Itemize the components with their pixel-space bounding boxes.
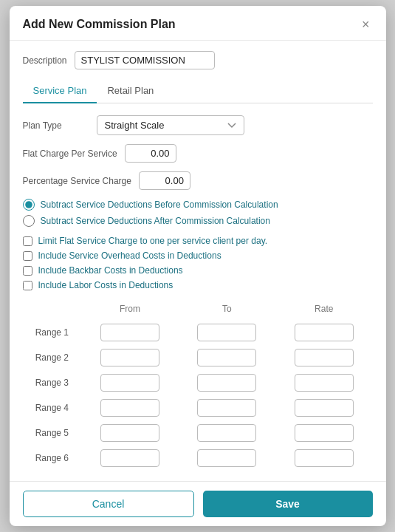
table-row: Range 5	[23, 420, 373, 446]
table-row: Range 3	[23, 370, 373, 395]
checkbox-row-limit: Limit Flat Service Charge to one per ser…	[23, 236, 373, 246]
flat-charge-row: Flat Charge Per Service	[23, 144, 373, 163]
table-row: Range 2	[23, 345, 373, 370]
table-row: Range 4	[23, 395, 373, 420]
range-to-input-1[interactable]	[197, 324, 256, 341]
checkbox-labor[interactable]	[23, 281, 32, 290]
range-to-input-2[interactable]	[197, 349, 256, 366]
checkbox-backbar-label[interactable]: Include Backbar Costs in Deductions	[38, 265, 183, 276]
range-to-cell-5	[179, 420, 275, 446]
checkbox-row-labor: Include Labor Costs in Deductions	[23, 280, 373, 290]
range-to-cell-4	[179, 395, 275, 420]
range-label-5: Range 5	[23, 420, 82, 446]
flat-charge-input[interactable]	[125, 144, 176, 163]
range-from-input-3[interactable]	[100, 374, 159, 392]
pct-charge-label: Percentage Service Charge	[23, 176, 131, 186]
checkbox-limit-flat-label[interactable]: Limit Flat Service Charge to one per ser…	[38, 236, 268, 246]
plan-type-row: Plan Type Straight Scale Tiered Scale Fl…	[23, 115, 373, 135]
table-row: Range 6	[23, 446, 373, 471]
save-button[interactable]: Save	[203, 491, 373, 517]
plan-type-label: Plan Type	[23, 120, 89, 131]
plan-type-select[interactable]: Straight Scale Tiered Scale Flat Rate	[97, 115, 244, 135]
range-from-cell-5	[81, 420, 178, 446]
checkbox-overhead-label[interactable]: Include Service Overhead Costs in Deduct…	[38, 250, 221, 261]
range-to-cell-3	[179, 370, 275, 395]
range-from-input-6[interactable]	[100, 449, 159, 467]
range-from-input-5[interactable]	[100, 424, 159, 442]
range-label-1: Range 1	[23, 320, 82, 345]
description-input[interactable]	[75, 51, 215, 69]
range-rate-input-2[interactable]	[295, 349, 354, 366]
description-row: Description	[23, 51, 373, 69]
modal-title: Add New Commission Plan	[23, 18, 176, 31]
checkbox-row-backbar: Include Backbar Costs in Deductions	[23, 265, 373, 276]
radio-row-after: Subtract Service Deductions After Commis…	[23, 215, 373, 227]
range-from-cell-3	[81, 370, 178, 395]
range-table: From To Rate Range 1 Range 2 Range 3 Ran…	[23, 301, 373, 471]
modal-body: Description Service Plan Retail Plan Pla…	[10, 41, 386, 481]
pct-charge-input[interactable]	[139, 171, 190, 190]
range-to-cell-1	[179, 320, 275, 345]
range-from-cell-1	[81, 320, 178, 345]
range-label-4: Range 4	[23, 395, 82, 420]
range-rate-cell-2	[275, 345, 372, 370]
range-rate-input-1[interactable]	[295, 324, 354, 341]
range-to-cell-6	[179, 446, 275, 471]
col-header-from: From	[81, 301, 178, 320]
range-rate-cell-1	[275, 320, 372, 345]
modal-wrapper: Add New Commission Plan × Description Se…	[0, 0, 395, 532]
range-label-2: Range 2	[23, 345, 82, 370]
range-from-cell-4	[81, 395, 178, 420]
flat-charge-label: Flat Charge Per Service	[23, 149, 117, 159]
checkbox-overhead[interactable]	[23, 251, 32, 261]
range-rate-cell-6	[275, 446, 372, 471]
range-label-3: Range 3	[23, 370, 82, 395]
close-button[interactable]: ×	[359, 16, 373, 33]
range-from-cell-6	[81, 446, 178, 471]
range-from-input-1[interactable]	[100, 324, 159, 341]
checkbox-limit-flat[interactable]	[23, 236, 32, 246]
range-to-input-6[interactable]	[197, 449, 256, 467]
range-from-cell-2	[81, 345, 178, 370]
range-rate-input-3[interactable]	[295, 374, 354, 392]
range-rate-input-4[interactable]	[295, 399, 354, 417]
cancel-button[interactable]: Cancel	[23, 491, 194, 517]
range-to-input-4[interactable]	[197, 399, 256, 417]
modal-footer: Cancel Save	[10, 481, 386, 526]
radio-after[interactable]	[23, 215, 35, 227]
range-rate-input-6[interactable]	[295, 449, 354, 467]
range-to-input-3[interactable]	[197, 374, 256, 392]
range-rate-input-5[interactable]	[295, 424, 354, 442]
checkbox-backbar[interactable]	[23, 266, 32, 276]
description-label: Description	[23, 55, 67, 66]
range-from-input-2[interactable]	[100, 349, 159, 366]
tab-bar: Service Plan Retail Plan	[23, 80, 373, 103]
checkbox-group: Limit Flat Service Charge to one per ser…	[23, 236, 373, 290]
range-rate-cell-5	[275, 420, 372, 446]
range-to-input-5[interactable]	[197, 424, 256, 442]
radio-before[interactable]	[23, 199, 35, 211]
col-header-to: To	[179, 301, 275, 320]
checkbox-row-overhead: Include Service Overhead Costs in Deduct…	[23, 250, 373, 261]
radio-before-label[interactable]: Subtract Service Deductions Before Commi…	[41, 200, 278, 210]
range-to-cell-2	[179, 345, 275, 370]
range-rate-cell-3	[275, 370, 372, 395]
modal-header: Add New Commission Plan ×	[10, 6, 386, 41]
col-header-rate: Rate	[275, 301, 372, 320]
table-row: Range 1	[23, 320, 373, 345]
commission-plan-modal: Add New Commission Plan × Description Se…	[10, 6, 386, 526]
tab-service-plan[interactable]: Service Plan	[23, 80, 97, 103]
tab-retail-plan[interactable]: Retail Plan	[97, 80, 164, 103]
range-rate-cell-4	[275, 395, 372, 420]
radio-group: Subtract Service Deductions Before Commi…	[23, 199, 373, 227]
radio-after-label[interactable]: Subtract Service Deductions After Commis…	[41, 216, 270, 226]
checkbox-labor-label[interactable]: Include Labor Costs in Deductions	[38, 280, 174, 290]
pct-charge-row: Percentage Service Charge	[23, 171, 373, 190]
range-from-input-4[interactable]	[100, 399, 159, 417]
range-label-6: Range 6	[23, 446, 82, 471]
radio-row-before: Subtract Service Deductions Before Commi…	[23, 199, 373, 211]
